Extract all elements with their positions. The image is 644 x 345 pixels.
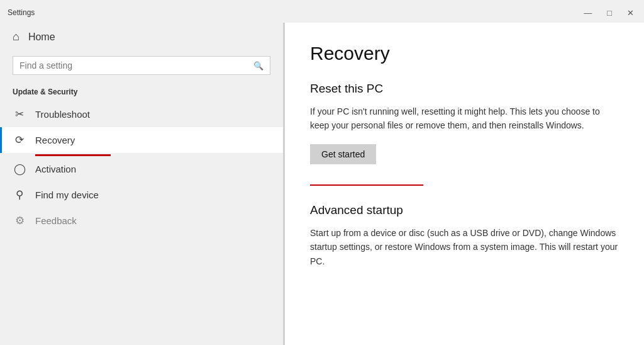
advanced-startup-description: Start up from a device or disc (such as … bbox=[310, 226, 619, 268]
home-label: Home bbox=[28, 31, 55, 43]
close-button[interactable]: ✕ bbox=[625, 8, 636, 18]
recovery-label: Recovery bbox=[35, 135, 75, 145]
search-icon: 🔍 bbox=[253, 61, 264, 71]
minimize-button[interactable]: — bbox=[581, 8, 594, 18]
titlebar: Settings — □ ✕ bbox=[0, 0, 644, 23]
recovery-icon: ⟳ bbox=[13, 133, 26, 147]
sidebar-item-troubleshoot[interactable]: ✂ Troubleshoot bbox=[0, 101, 283, 127]
sidebar-item-find-my-device[interactable]: ⚲ Find my device bbox=[0, 182, 283, 208]
app-title: Settings bbox=[8, 8, 35, 17]
troubleshoot-label: Troubleshoot bbox=[35, 109, 90, 120]
sidebar-item-feedback[interactable]: ⚙ Feedback bbox=[0, 208, 283, 234]
sidebar-item-activation[interactable]: ◯ Activation bbox=[0, 156, 283, 182]
home-icon: ⌂ bbox=[13, 30, 19, 43]
advanced-startup-heading: Advanced startup bbox=[310, 203, 619, 217]
reset-pc-heading: Reset this PC bbox=[310, 82, 619, 96]
feedback-icon: ⚙ bbox=[13, 214, 26, 227]
troubleshoot-icon: ✂ bbox=[13, 108, 26, 121]
sidebar: ⌂ Home 🔍 Update & Security ✂ Troubleshoo… bbox=[0, 23, 283, 345]
maximize-button[interactable]: □ bbox=[604, 8, 614, 18]
reset-pc-underline-annotation bbox=[310, 184, 423, 186]
feedback-label: Feedback bbox=[35, 215, 77, 226]
activation-icon: ◯ bbox=[13, 162, 26, 176]
activation-label: Activation bbox=[35, 164, 76, 174]
app-body: ⌂ Home 🔍 Update & Security ✂ Troubleshoo… bbox=[0, 23, 644, 345]
get-started-button[interactable]: Get started bbox=[310, 144, 376, 164]
sidebar-item-home[interactable]: ⌂ Home bbox=[0, 23, 283, 51]
sidebar-item-recovery[interactable]: ⟳ Recovery bbox=[0, 127, 283, 153]
find-my-device-icon: ⚲ bbox=[13, 188, 26, 201]
content-area: Recovery Reset this PC If your PC isn't … bbox=[285, 23, 644, 345]
window-controls: — □ ✕ bbox=[581, 8, 636, 18]
search-box: 🔍 bbox=[13, 56, 270, 75]
search-input[interactable] bbox=[19, 60, 248, 71]
page-title: Recovery bbox=[310, 43, 619, 64]
section-label: Update & Security bbox=[0, 85, 283, 101]
reset-pc-description: If your PC isn't running well, resetting… bbox=[310, 105, 619, 133]
find-my-device-label: Find my device bbox=[35, 189, 99, 200]
